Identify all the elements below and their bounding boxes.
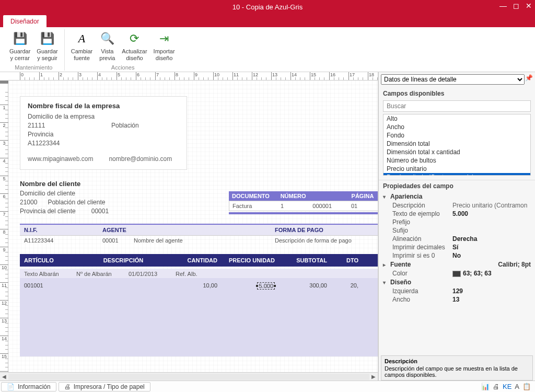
- group-design[interactable]: ▾Diseño: [381, 278, 533, 287]
- client-block[interactable]: Nombre del cliente Domicilio del cliente…: [20, 180, 109, 216]
- status-bar: 📄 Información 🖨 Impresora / Tipo de pape…: [0, 381, 535, 392]
- import-design-button[interactable]: ⇥ Importar diseño: [150, 29, 178, 62]
- close-icon[interactable]: ✕: [526, 2, 532, 10]
- field-item[interactable]: Número de bultos: [383, 156, 530, 165]
- client-city: Población del cliente: [48, 199, 105, 206]
- company-block[interactable]: Nombre fiscal de la empresa Domicilio de…: [20, 96, 187, 170]
- refresh-icon: ⟳: [126, 30, 143, 47]
- horizontal-ruler: 012345678910111213141516171819: [8, 72, 378, 80]
- items-header: ARTÍCULO DESCRIPCIÓN CANTIDAD PRECIO UNI…: [20, 254, 378, 267]
- field-properties-title: Propiedades del campo: [379, 180, 535, 192]
- field-item[interactable]: Alto: [383, 114, 530, 123]
- save-continue-icon: 💾: [39, 30, 56, 47]
- document-box[interactable]: DOCUMENTO NÚMERO PÁGINA Factura 1 000001…: [229, 191, 378, 214]
- save-continue-button[interactable]: 💾 Guardar y seguir: [33, 29, 61, 62]
- field-item[interactable]: Precio unitario: [383, 165, 530, 173]
- fields-list[interactable]: AltoAnchoFondoDimensión totalDimensión t…: [383, 114, 531, 176]
- printer-icon: 🖨: [64, 383, 71, 390]
- properties-grid[interactable]: ▾Apariencia DescripciónPrecio unitario (…: [381, 192, 533, 352]
- ribbon: 💾 Guardar y cerrar 💾 Guardar y seguir Ma…: [0, 27, 535, 72]
- ribbon-group-actions: Acciones: [111, 64, 135, 71]
- scroll-left-icon[interactable]: ◀: [0, 374, 8, 379]
- chevron-down-icon: ▾: [383, 194, 390, 200]
- change-font-button[interactable]: A Cambiar fuente: [68, 29, 96, 62]
- designer-area: 012345678910111213141516171819 123456789…: [0, 72, 378, 381]
- client-name: Nombre del cliente: [20, 180, 109, 188]
- items-data-row[interactable]: 001001 10,00 5.000 300,00 20,: [20, 278, 378, 356]
- data-section-select[interactable]: Datos de líneas de detalle: [381, 74, 525, 85]
- docbox-ser: 1: [281, 203, 312, 209]
- info-icon: 📄: [7, 383, 15, 390]
- canvas-viewport[interactable]: Nombre fiscal de la empresa Domicilio de…: [8, 80, 378, 372]
- company-city: Población: [111, 122, 139, 129]
- status-printer-tab[interactable]: 🖨 Impresora / Tipo de papel: [59, 382, 150, 391]
- status-icon-3[interactable]: KE: [503, 383, 511, 390]
- docbox-head-num: NÚMERO: [281, 193, 313, 199]
- group-appearance[interactable]: ▾Apariencia: [381, 192, 533, 201]
- available-fields-title: Campos disponibles: [379, 87, 535, 100]
- company-province: Provincia: [28, 131, 179, 138]
- docbox-head-page: PÁGINA: [352, 193, 377, 199]
- nif-row[interactable]: A11223344 00001 Nombre del agente Descri…: [20, 235, 378, 246]
- nif-header: N.I.F. AGENTE FORMA DE PAGO: [20, 224, 378, 236]
- property-description-box: Descripción Descripción del campo que se…: [381, 355, 533, 381]
- company-name: Nombre fiscal de la empresa: [28, 102, 179, 110]
- chevron-right-icon: ▸: [383, 262, 390, 268]
- client-code: 00001: [91, 207, 109, 215]
- refresh-design-button[interactable]: ⟳ Actualizar diseño: [119, 29, 150, 62]
- field-item[interactable]: Precio unitario (Contramoneda): [383, 173, 530, 176]
- pin-icon[interactable]: 📌: [525, 74, 533, 85]
- field-item[interactable]: Dimensión total x cantidad: [383, 148, 530, 156]
- client-address: Domicilio del cliente: [20, 190, 109, 197]
- docbox-doc: Factura: [232, 203, 281, 209]
- company-address: Domicilio de la empresa: [28, 113, 179, 120]
- font-icon: A: [74, 30, 90, 47]
- save-close-icon: 💾: [11, 30, 28, 47]
- preview-icon: 🔍: [99, 30, 115, 47]
- docbox-page: 01: [351, 203, 377, 209]
- vertical-ruler: 12345678910111213141516: [0, 80, 8, 372]
- client-zip: 21000: [20, 199, 37, 206]
- save-close-button[interactable]: 💾 Guardar y cerrar: [6, 29, 33, 62]
- color-swatch: [452, 271, 461, 277]
- ribbon-tabstrip: Diseñador: [0, 14, 535, 27]
- preview-button[interactable]: 🔍 Vista previa: [96, 29, 119, 62]
- selected-field-price[interactable]: 5.000: [257, 282, 275, 290]
- scroll-right-icon[interactable]: ▶: [369, 374, 378, 379]
- horizontal-scrollbar[interactable]: ◀ ▶: [0, 372, 378, 381]
- status-info-tab[interactable]: 📄 Información: [1, 382, 56, 391]
- docbox-head-doc: DOCUMENTO: [232, 193, 281, 199]
- status-icon-1[interactable]: 📊: [481, 383, 490, 390]
- design-canvas[interactable]: Nombre fiscal de la empresa Domicilio de…: [20, 87, 378, 372]
- status-icon-4[interactable]: A: [515, 383, 519, 390]
- import-icon: ⇥: [156, 30, 172, 47]
- field-item[interactable]: Fondo: [383, 131, 530, 140]
- company-zip: 21111: [28, 122, 45, 129]
- group-font[interactable]: ▸FuenteCalibri; 8pt: [381, 260, 533, 269]
- company-email: nombre@dominio.com: [109, 155, 172, 163]
- window-title: 10 - Copia de Azul-Gris: [232, 3, 303, 11]
- company-taxid: A11223344: [28, 140, 179, 147]
- field-item[interactable]: Dimensión total: [383, 140, 530, 148]
- chevron-down-icon: ▾: [383, 280, 390, 285]
- status-icon-2[interactable]: 🖨: [493, 383, 499, 390]
- ribbon-group-maint: Mantenimiento: [15, 64, 52, 71]
- client-province: Provincia del cliente: [20, 207, 76, 215]
- tab-designer[interactable]: Diseñador: [3, 15, 46, 27]
- title-bar: 10 - Copia de Azul-Gris — ◻ ✕: [0, 0, 535, 14]
- maximize-icon[interactable]: ◻: [513, 2, 519, 10]
- company-web: www.mipaginaweb.com: [28, 155, 93, 163]
- minimize-icon[interactable]: —: [499, 2, 507, 10]
- field-search-input[interactable]: [383, 100, 531, 112]
- field-item[interactable]: Ancho: [383, 123, 530, 131]
- items-meta-row[interactable]: Texto Albarán Nº de Albarán 01/01/2013 R…: [20, 269, 378, 279]
- properties-panel: Datos de líneas de detalle 📌 Campos disp…: [378, 72, 535, 381]
- status-icon-5[interactable]: 📋: [522, 383, 531, 390]
- docbox-num: 000001: [312, 203, 351, 209]
